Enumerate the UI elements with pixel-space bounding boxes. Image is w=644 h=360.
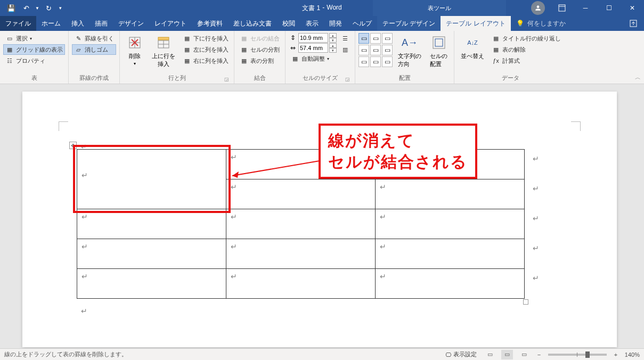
insert-left-button[interactable]: ▦左に列を挿入 bbox=[181, 44, 231, 55]
col-width-input[interactable]: ⇔ ▴▾ bbox=[289, 43, 337, 53]
print-layout-button[interactable]: ▭ bbox=[501, 350, 513, 359]
tab-references[interactable]: 参考資料 bbox=[192, 16, 228, 31]
table-move-handle[interactable]: ✥ bbox=[69, 142, 77, 149]
insert-below-button[interactable]: ▦下に行を挿入 bbox=[181, 33, 231, 44]
tab-developer[interactable]: 開発 bbox=[324, 16, 347, 31]
undo-dropdown[interactable]: ▼ bbox=[34, 2, 40, 14]
merged-cell[interactable]: ↵ bbox=[77, 150, 226, 209]
redo-button[interactable]: ↻ bbox=[42, 2, 55, 14]
select-button[interactable]: ▭選択▾ bbox=[3, 33, 65, 44]
row-height-input[interactable]: ⇕ ▴▾ bbox=[289, 33, 337, 43]
minimize-button[interactable]: ─ bbox=[574, 0, 597, 16]
dist-cols-icon: ▥ bbox=[341, 45, 349, 54]
table-cell[interactable]: ↵ bbox=[376, 179, 525, 209]
svg-line-14 bbox=[232, 161, 320, 176]
tab-table-design[interactable]: テーブル デザイン bbox=[377, 16, 441, 31]
zoom-thumb[interactable] bbox=[585, 351, 590, 358]
monitor-icon: 🖵 bbox=[445, 351, 451, 358]
table-cell[interactable]: ↵ bbox=[77, 269, 226, 299]
align-top-left[interactable]: ▭ bbox=[358, 33, 369, 44]
undo-button[interactable]: ↶ bbox=[19, 2, 33, 14]
dialog-launcher[interactable]: ◲ bbox=[344, 76, 350, 83]
zoom-in-button[interactable]: + bbox=[612, 351, 619, 358]
maximize-button[interactable]: ☐ bbox=[597, 0, 621, 16]
read-mode-button[interactable]: ▭ bbox=[484, 350, 496, 359]
spin-down[interactable]: ▾ bbox=[329, 38, 337, 43]
align-bot-right[interactable]: ▭ bbox=[382, 56, 393, 67]
close-button[interactable]: ✕ bbox=[621, 0, 644, 16]
table-cell[interactable]: ↵ bbox=[226, 179, 376, 209]
eraser-button[interactable]: ▱消しゴム bbox=[72, 44, 116, 55]
tab-mailings[interactable]: 差し込み文書 bbox=[228, 16, 277, 31]
view-gridlines-button[interactable]: ▦グリッド線の表示 bbox=[3, 44, 65, 55]
align-mid-right[interactable]: ▭ bbox=[382, 45, 393, 55]
dialog-launcher[interactable]: ◲ bbox=[223, 76, 230, 83]
tab-insert[interactable]: 挿入 bbox=[66, 16, 89, 31]
table-cell[interactable]: ↵ bbox=[77, 209, 226, 239]
autofit-icon: ▦ bbox=[291, 54, 299, 63]
collapse-ribbon-button[interactable]: ︿ bbox=[635, 73, 641, 81]
properties-button[interactable]: ☷プロパティ bbox=[3, 55, 65, 66]
table-resize-handle[interactable] bbox=[523, 299, 528, 305]
display-settings-button[interactable]: 🖵 表示設定 bbox=[443, 350, 479, 358]
ribbon-display-options[interactable] bbox=[550, 0, 574, 16]
table-cell[interactable]: ↵ bbox=[226, 209, 376, 239]
tab-view[interactable]: 表示 bbox=[300, 16, 324, 31]
qat-customize[interactable]: ▾ bbox=[56, 2, 64, 14]
tab-design[interactable]: デザイン bbox=[113, 16, 149, 31]
tell-me-search[interactable]: 💡 何をしますか bbox=[511, 16, 571, 31]
align-mid-center[interactable]: ▭ bbox=[370, 45, 381, 55]
split-cells-button[interactable]: ▦セルの分割 bbox=[238, 44, 282, 55]
tab-layout[interactable]: レイアウト bbox=[149, 16, 192, 31]
convert-to-text-button[interactable]: ▦表の解除 bbox=[490, 44, 563, 55]
convert-icon: ▦ bbox=[492, 45, 500, 54]
window-controls: ─ ☐ ✕ bbox=[528, 0, 644, 16]
spin-down[interactable]: ▾ bbox=[329, 48, 337, 53]
user-avatar[interactable] bbox=[531, 1, 545, 15]
lightbulb-icon: 💡 bbox=[516, 20, 524, 27]
web-layout-button[interactable]: ▭ bbox=[518, 350, 530, 359]
delete-icon bbox=[126, 34, 143, 51]
insert-above-button[interactable]: 上に行を 挿入 bbox=[149, 33, 178, 69]
status-message: 線の上をドラッグして表の罫線を削除します。 bbox=[4, 350, 127, 358]
table-cell[interactable]: ↵ bbox=[226, 239, 376, 269]
tab-help[interactable]: ヘルプ bbox=[347, 16, 377, 31]
width-field[interactable] bbox=[298, 43, 328, 53]
align-bot-center[interactable]: ▭ bbox=[370, 56, 381, 67]
align-mid-left[interactable]: ▭ bbox=[358, 45, 369, 55]
table-cell[interactable]: ↵ bbox=[376, 269, 525, 299]
tab-home[interactable]: ホーム bbox=[36, 16, 66, 31]
sort-button[interactable]: A↓Z 並べ替え bbox=[458, 33, 487, 61]
distribute-cols-button[interactable]: ▥ bbox=[339, 44, 352, 55]
tab-review[interactable]: 校閲 bbox=[277, 16, 300, 31]
spin-up[interactable]: ▴ bbox=[329, 43, 337, 48]
save-button[interactable]: 💾 bbox=[4, 2, 18, 14]
align-top-right[interactable]: ▭ bbox=[382, 33, 393, 44]
tab-draw[interactable]: 描画 bbox=[89, 16, 113, 31]
spin-up[interactable]: ▴ bbox=[329, 33, 337, 38]
share-button[interactable] bbox=[623, 19, 644, 28]
insert-right-button[interactable]: ▦右に列を挿入 bbox=[181, 55, 231, 66]
draw-table-button[interactable]: ✎罫線を引く bbox=[72, 33, 116, 44]
text-direction-button[interactable]: A→ 文字列の 方向 bbox=[395, 33, 425, 69]
align-top-center[interactable]: ▭ bbox=[370, 33, 381, 44]
cell-margins-button[interactable]: セルの 配置 bbox=[427, 33, 451, 69]
tab-table-layout[interactable]: テーブル レイアウト bbox=[441, 16, 510, 31]
distribute-rows-button[interactable]: ☰ bbox=[339, 33, 352, 44]
split-table-button[interactable]: ▦表の分割 bbox=[238, 55, 282, 66]
height-field[interactable] bbox=[298, 33, 328, 43]
formula-button[interactable]: ƒx計算式 bbox=[490, 55, 563, 66]
zoom-slider[interactable] bbox=[548, 354, 607, 356]
table-cell[interactable]: ↵ bbox=[77, 239, 226, 269]
zoom-out-button[interactable]: − bbox=[535, 351, 543, 358]
table-cell[interactable]: ↵ bbox=[226, 269, 376, 299]
repeat-header-button[interactable]: ▦タイトル行の繰り返し bbox=[490, 33, 563, 44]
autofit-button[interactable]: ▦自動調整▾ bbox=[289, 53, 337, 64]
zoom-level[interactable]: 140% bbox=[625, 351, 640, 358]
table-cell[interactable]: ↵ bbox=[376, 209, 525, 239]
align-bot-left[interactable]: ▭ bbox=[358, 56, 369, 67]
table-cell[interactable]: ↵ bbox=[376, 239, 525, 269]
tab-file[interactable]: ファイル bbox=[0, 16, 36, 31]
document-area[interactable]: ✥ ↵ ↵ ↵ ↵ ↵ ↵ ↵ ↵ ↵ ↵ ↵ ↵ ↵ bbox=[0, 84, 644, 348]
delete-button[interactable]: 削除▾ bbox=[123, 33, 146, 67]
